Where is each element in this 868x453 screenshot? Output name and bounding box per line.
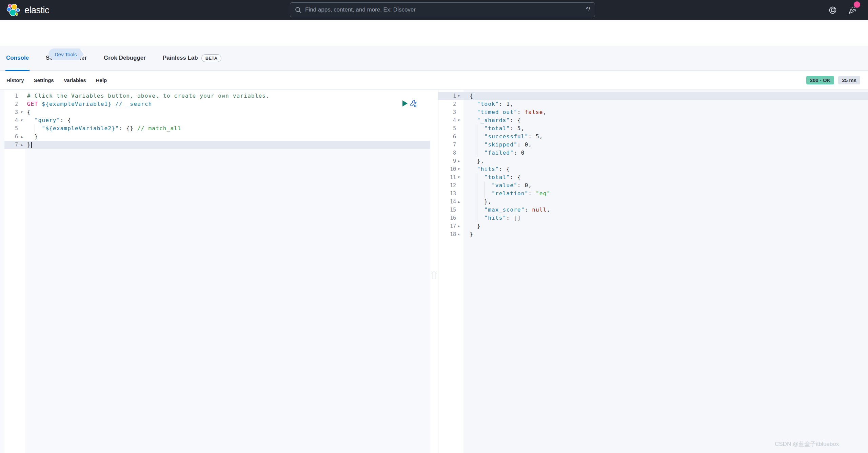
fold-toggle-icon[interactable]: ▴	[456, 157, 461, 165]
token-punct	[470, 141, 484, 148]
token-num: 5	[536, 133, 539, 140]
token-punct: },	[470, 158, 484, 164]
token-punct: : []	[506, 215, 521, 221]
response-code-line: "skipped": 0,	[470, 141, 532, 149]
response-code-line: },	[470, 157, 484, 165]
console-app: elastic ^/	[0, 0, 868, 453]
token-punct: :	[525, 206, 532, 213]
response-code-line: }	[470, 230, 473, 238]
fold-toggle-icon[interactable]: ▴	[456, 222, 461, 230]
response-line-number: 9	[439, 157, 456, 165]
token-key: "took"	[477, 101, 499, 107]
token-punct: {	[470, 93, 473, 99]
token-punct	[470, 150, 484, 156]
token-punct: :	[517, 141, 525, 148]
response-line-number: 15	[439, 206, 456, 214]
token-punct: :	[517, 182, 525, 189]
token-key: "hits"	[484, 215, 506, 221]
token-num: 5	[517, 125, 521, 132]
token-punct: ,	[528, 141, 532, 148]
token-lit: null	[532, 206, 547, 213]
response-line-number: 17	[439, 222, 456, 230]
token-punct: ,	[510, 101, 514, 107]
response-code-line: "took": 1,	[470, 100, 514, 108]
response-code-line: "hits": []	[470, 214, 521, 222]
token-key: "timed_out"	[477, 109, 517, 115]
token-punct	[470, 166, 477, 172]
token-punct: :	[510, 125, 517, 132]
token-punct: :	[528, 133, 536, 140]
token-punct: }	[470, 223, 481, 229]
response-code-line: "_shards": {	[470, 116, 521, 124]
response-line-number: 12	[439, 181, 456, 190]
fold-toggle-icon[interactable]: ▾	[456, 92, 461, 100]
token-punct: },	[470, 198, 492, 205]
token-punct: ,	[547, 206, 551, 213]
response-code-line: },	[470, 198, 492, 206]
watermark: CSDN @蓝盒子itbluebox	[775, 440, 839, 448]
response-code-line: {	[470, 92, 473, 100]
token-punct	[470, 125, 484, 132]
response-code-line: "hits": {	[470, 165, 510, 173]
token-num: 0	[525, 182, 529, 189]
fold-toggle-icon[interactable]: ▾	[456, 173, 461, 181]
token-punct: ,	[528, 182, 532, 189]
token-punct	[470, 174, 484, 180]
token-num: 0	[521, 150, 525, 156]
token-punct	[470, 101, 477, 107]
response-code-line: "max_score": null,	[470, 206, 550, 214]
token-punct	[470, 215, 484, 221]
token-punct: : {	[510, 174, 521, 180]
token-punct: :	[517, 109, 525, 115]
token-key: "max_score"	[484, 206, 525, 213]
response-line-number: 5	[439, 124, 456, 133]
token-punct: : {	[499, 166, 510, 172]
token-key: "_shards"	[477, 117, 510, 123]
response-line-number: 16	[439, 214, 456, 222]
token-punct: ,	[543, 109, 547, 115]
token-key: "total"	[484, 125, 510, 132]
fold-toggle-icon[interactable]: ▴	[456, 230, 461, 238]
response-active-line-highlight	[438, 92, 868, 100]
token-key: "value"	[492, 182, 517, 189]
response-code-line: }	[470, 222, 481, 230]
token-lit: false	[525, 109, 543, 115]
response-line-number: 3	[439, 108, 456, 116]
response-line-number: 14	[439, 198, 456, 206]
response-line-number: 6	[439, 133, 456, 141]
response-code-line: "successful": 5,	[470, 133, 543, 141]
fold-toggle-icon[interactable]: ▾	[456, 116, 461, 124]
response-line-number: 8	[439, 149, 456, 157]
token-punct	[470, 133, 484, 140]
token-punct	[470, 117, 477, 123]
send-request-icon[interactable]	[402, 100, 408, 106]
response-line-number: 10	[439, 165, 456, 173]
response-line-number: 11	[439, 173, 456, 181]
token-punct: :	[499, 101, 507, 107]
fold-toggle-icon[interactable]: ▴	[456, 198, 461, 206]
token-punct: :	[514, 150, 521, 156]
token-punct: : {	[510, 117, 521, 123]
response-line-number: 4	[439, 116, 456, 124]
token-punct	[470, 190, 492, 197]
response-line-number: 18	[439, 230, 456, 238]
token-key: "successful"	[484, 133, 528, 140]
token-punct: :	[528, 190, 536, 197]
token-num: 0	[525, 141, 529, 148]
fold-toggle-icon[interactable]: ▾	[456, 165, 461, 173]
token-str: "eq"	[536, 190, 550, 197]
token-punct	[470, 182, 492, 189]
token-punct	[470, 206, 484, 213]
request-options-wrench-icon[interactable]	[410, 99, 417, 107]
token-key: "relation"	[492, 190, 528, 197]
response-line-number: 7	[439, 141, 456, 149]
request-actions	[402, 99, 417, 107]
response-code-line: "timed_out": false,	[470, 108, 547, 116]
response-code-line: "total": 5,	[470, 124, 525, 133]
breadcrumb-dev-tools[interactable]: Dev Tools	[48, 48, 80, 60]
response-line-number: 1	[439, 92, 456, 100]
token-key: "hits"	[477, 166, 499, 172]
token-key: "skipped"	[484, 141, 517, 148]
token-punct	[470, 109, 477, 115]
token-punct: ,	[539, 133, 543, 140]
